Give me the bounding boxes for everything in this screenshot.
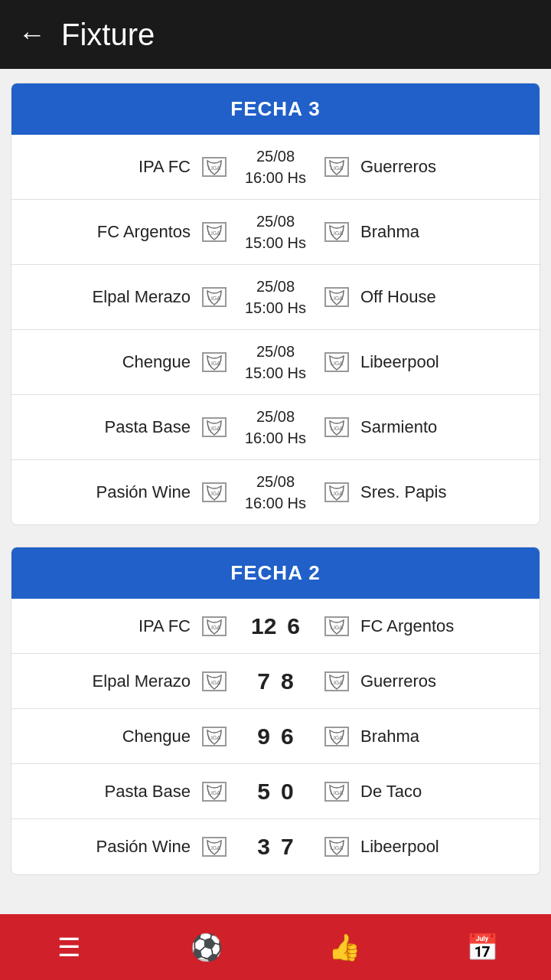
score-left: 9 bbox=[257, 724, 270, 750]
match-row[interactable]: FC Argentos LIGA 25/08 15:00 Hs LIGA Bra… bbox=[11, 200, 540, 265]
team-left: Pasión Wine bbox=[19, 837, 195, 857]
svg-text:LIGA: LIGA bbox=[208, 491, 220, 496]
match-row[interactable]: IPA FC LIGA 25/08 16:00 Hs LIGA Guerrero… bbox=[11, 135, 540, 200]
match-date: 25/08 bbox=[256, 145, 295, 167]
svg-text:LIGA: LIGA bbox=[208, 230, 220, 236]
fecha2-card: FECHA 2 IPA FC LIGA 12 6 LIGA FC Argento… bbox=[11, 547, 540, 875]
team-left: IPA FC bbox=[19, 616, 195, 636]
team-right: Libeerpool bbox=[356, 837, 532, 857]
result-row[interactable]: Chengue LIGA 9 6 LIGA Brahma bbox=[11, 709, 540, 764]
team-left: IPA FC bbox=[19, 157, 195, 177]
match-row[interactable]: Pasta Base LIGA 25/08 16:00 Hs LIGA Sarm… bbox=[11, 395, 540, 460]
team-left: Pasión Wine bbox=[19, 482, 195, 502]
svg-text:LIGA: LIGA bbox=[331, 680, 343, 685]
svg-text:LIGA: LIGA bbox=[331, 491, 343, 496]
team-logo-right: LIGA bbox=[321, 283, 353, 311]
score-left: 7 bbox=[257, 668, 270, 694]
team-logo-right: LIGA bbox=[321, 612, 353, 640]
back-button[interactable]: ← bbox=[18, 18, 46, 51]
team-left: Chengue bbox=[19, 352, 195, 372]
header: ← Fixture bbox=[0, 0, 551, 69]
team-logo-right: LIGA bbox=[321, 218, 353, 246]
nav-standings[interactable]: ☰ bbox=[0, 934, 138, 960]
fecha2-header: FECHA 2 bbox=[11, 547, 540, 599]
svg-text:LIGA: LIGA bbox=[331, 625, 343, 630]
score-left: 3 bbox=[257, 834, 270, 860]
match-center: 25/08 15:00 Hs bbox=[233, 211, 318, 253]
match-center: 25/08 16:00 Hs bbox=[233, 471, 318, 514]
team-right: Libeerpool bbox=[356, 352, 532, 372]
nav-like[interactable]: 👍 bbox=[276, 934, 413, 960]
team-logo-left: LIGA bbox=[198, 723, 230, 750]
svg-text:LIGA: LIGA bbox=[208, 845, 220, 851]
team-logo-right: LIGA bbox=[321, 668, 353, 695]
team-logo-left: LIGA bbox=[198, 218, 230, 246]
team-right: Brahma bbox=[356, 727, 532, 746]
match-row[interactable]: Chengue LIGA 25/08 15:00 Hs LIGA Libeerp… bbox=[11, 330, 540, 395]
match-date: 25/08 bbox=[256, 211, 295, 232]
result-row[interactable]: Elpal Merazo LIGA 7 8 LIGA Guerreros bbox=[11, 654, 540, 709]
team-left: FC Argentos bbox=[19, 222, 195, 242]
team-logo-right: LIGA bbox=[321, 348, 353, 376]
match-time: 16:00 Hs bbox=[245, 427, 306, 449]
team-right: Brahma bbox=[356, 222, 532, 242]
result-row[interactable]: Pasta Base LIGA 5 0 LIGA De Taco bbox=[11, 764, 540, 819]
match-date: 25/08 bbox=[256, 276, 295, 297]
match-center: 25/08 16:00 Hs bbox=[233, 145, 318, 188]
svg-text:LIGA: LIGA bbox=[331, 230, 343, 236]
nav-ball[interactable]: ⚽ bbox=[138, 934, 276, 960]
team-logo-left: LIGA bbox=[198, 283, 230, 311]
score-right: 6 bbox=[281, 724, 294, 750]
team-logo-left: LIGA bbox=[198, 778, 230, 805]
svg-text:LIGA: LIGA bbox=[208, 625, 220, 630]
nav-calendar[interactable]: 📅 bbox=[413, 934, 551, 960]
team-logo-left: LIGA bbox=[198, 668, 230, 695]
match-row[interactable]: Pasión Wine LIGA 25/08 16:00 Hs LIGA Sre… bbox=[11, 460, 540, 524]
svg-text:LIGA: LIGA bbox=[208, 296, 220, 301]
score-left: 5 bbox=[257, 779, 270, 805]
team-right: Off House bbox=[356, 287, 532, 307]
match-center: 25/08 16:00 Hs bbox=[233, 406, 318, 449]
team-logo-left: LIGA bbox=[198, 833, 230, 861]
match-time: 15:00 Hs bbox=[245, 232, 306, 253]
svg-text:LIGA: LIGA bbox=[208, 680, 220, 685]
team-right: Sres. Papis bbox=[356, 482, 532, 502]
svg-text:LIGA: LIGA bbox=[331, 165, 343, 171]
team-right: Guerreros bbox=[356, 157, 532, 177]
match-time: 16:00 Hs bbox=[245, 492, 306, 514]
svg-text:LIGA: LIGA bbox=[208, 361, 220, 366]
team-left: Pasta Base bbox=[19, 782, 195, 802]
team-right: Guerreros bbox=[356, 671, 532, 691]
team-right: Sarmiento bbox=[356, 417, 532, 437]
match-score-center: 3 7 bbox=[233, 834, 318, 860]
team-logo-left: LIGA bbox=[198, 479, 230, 506]
match-score-center: 9 6 bbox=[233, 724, 318, 750]
standings-icon: ☰ bbox=[57, 934, 80, 960]
match-score-center: 12 6 bbox=[233, 613, 318, 639]
score-right: 0 bbox=[281, 779, 294, 805]
match-time: 15:00 Hs bbox=[245, 297, 306, 318]
result-row[interactable]: IPA FC LIGA 12 6 LIGA FC Argentos bbox=[11, 599, 540, 654]
team-logo-right: LIGA bbox=[321, 778, 353, 805]
team-logo-right: LIGA bbox=[321, 833, 353, 861]
match-score-center: 7 8 bbox=[233, 668, 318, 694]
match-time: 16:00 Hs bbox=[245, 167, 306, 188]
svg-text:LIGA: LIGA bbox=[331, 735, 343, 740]
team-left: Elpal Merazo bbox=[19, 287, 195, 307]
score-right: 8 bbox=[281, 668, 294, 694]
svg-text:LIGA: LIGA bbox=[208, 426, 220, 431]
team-logo-left: LIGA bbox=[198, 612, 230, 640]
team-logo-left: LIGA bbox=[198, 413, 230, 441]
team-logo-left: LIGA bbox=[198, 153, 230, 181]
match-row[interactable]: Elpal Merazo LIGA 25/08 15:00 Hs LIGA Of… bbox=[11, 265, 540, 330]
match-date: 25/08 bbox=[256, 406, 295, 427]
content-area: FECHA 3 IPA FC LIGA 25/08 16:00 Hs LIGA … bbox=[0, 69, 551, 973]
match-time: 15:00 Hs bbox=[245, 362, 306, 384]
team-left: Chengue bbox=[19, 727, 195, 746]
team-logo-left: LIGA bbox=[198, 348, 230, 376]
result-row[interactable]: Pasión Wine LIGA 3 7 LIGA Libeerpool bbox=[11, 819, 540, 874]
svg-text:LIGA: LIGA bbox=[208, 790, 220, 795]
svg-text:LIGA: LIGA bbox=[331, 426, 343, 431]
team-logo-right: LIGA bbox=[321, 153, 353, 181]
bottom-nav: ☰ ⚽ 👍 📅 bbox=[0, 914, 551, 980]
